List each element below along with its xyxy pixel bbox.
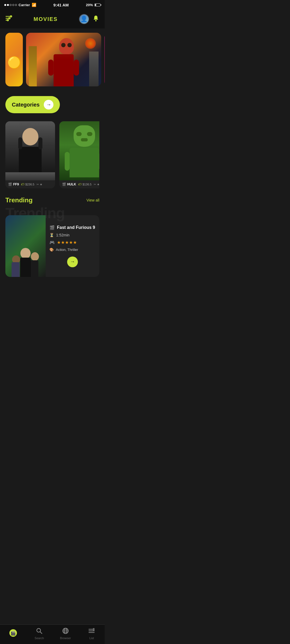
ff9-rating: ✂ ★ [37, 183, 42, 186]
trending-title: Trending [5, 196, 32, 204]
carousel-card-spongebob[interactable]: 🟡 [5, 33, 23, 86]
signal-dots [4, 4, 17, 6]
monster-card-bg: 👾 [104, 33, 105, 86]
categories-arrow-icon: → [44, 100, 53, 109]
status-right: 20% [86, 3, 100, 7]
categories-button[interactable]: Categories → [5, 96, 60, 113]
dot-4 [12, 4, 14, 6]
trending-rating: 🎮 ★★★★★ [49, 240, 96, 245]
trending-poster-bg [5, 215, 46, 277]
movie-card-hulk[interactable]: 🎬 HULK 🏷 $136.5 ✂ ★ [59, 121, 99, 188]
status-bar: Carrier 📶 9:41 AM 20% [0, 0, 105, 10]
page-title: MOVIES [34, 16, 58, 22]
ff9-movie-icon: 🎬 FF9 [8, 182, 19, 186]
ff9-poster [5, 121, 55, 180]
trending-header: Trending View all [5, 196, 99, 204]
hulk-poster [59, 121, 99, 180]
movies-grid: 🎬 FF9 🏷 $236.5 ✂ ★ [0, 119, 105, 194]
battery-indicator [95, 3, 100, 6]
hulk-info: 🎬 HULK 🏷 $136.5 ✂ ★ [59, 180, 99, 188]
carousel-track: 🟡 [0, 33, 105, 86]
trending-poster [5, 215, 46, 277]
dot-5 [15, 4, 17, 6]
avatar[interactable]: 👤 [79, 14, 89, 24]
movies-track: 🎬 FF9 🏷 $236.5 ✂ ★ [5, 121, 99, 188]
battery-percent: 20% [86, 3, 93, 7]
trending-genre: 🎨 Action, Thriller [49, 248, 96, 252]
hulk-movie-icon: 🎬 HULK [62, 182, 76, 186]
carousel-card-monster[interactable]: 👾 [104, 33, 105, 86]
ff9-info: 🎬 FF9 🏷 $236.5 ✂ ★ [5, 180, 55, 188]
hulk-price: 🏷 $136.5 [78, 182, 92, 186]
battery-icon [95, 3, 100, 6]
wifi-icon: 📶 [32, 3, 36, 7]
hulk-rating: ✂ ★ [94, 183, 99, 186]
carousel-card-deadpool[interactable] [26, 33, 101, 86]
sky-glow [26, 33, 101, 86]
ff9-price: 🏷 $236.5 [21, 182, 34, 186]
trending-play-button[interactable]: → [67, 257, 78, 267]
battery-fill [95, 4, 96, 6]
categories-label: Categories [12, 102, 39, 108]
trending-section: Trending View all Trending [0, 194, 105, 304]
deadpool-card-bg [26, 33, 101, 86]
trending-info: 🎬 Fast and Furious 9 ⏳ 1:52min 🎮 ★★★★★ 🎨… [46, 215, 99, 277]
status-left: Carrier 📶 [4, 3, 36, 7]
carrier-label: Carrier [19, 3, 30, 7]
dot-1 [4, 4, 6, 6]
spongebob-character: 🟡 [7, 56, 21, 69]
bell-icon[interactable] [92, 15, 99, 23]
movie-card-ff9[interactable]: 🎬 FF9 🏷 $236.5 ✂ ★ [5, 121, 55, 188]
trending-card-ff9[interactable]: 🎬 Fast and Furious 9 ⏳ 1:52min 🎮 ★★★★★ 🎨… [5, 215, 99, 277]
spongebob-card-bg: 🟡 [5, 33, 23, 86]
trending-duration: ⏳ 1:52min [49, 233, 96, 237]
trending-movie-title: 🎬 Fast and Furious 9 [49, 225, 96, 230]
dot-2 [7, 4, 9, 6]
view-all-button[interactable]: View all [86, 198, 99, 202]
header-actions: 👤 [79, 14, 99, 24]
status-time: 9:41 AM [53, 3, 69, 7]
dot-3 [10, 4, 12, 6]
categories-section: Categories → [0, 91, 105, 119]
featured-carousel: 🟡 [0, 28, 105, 91]
svg-point-6 [95, 20, 96, 21]
header: MOVIES 👤 [0, 10, 105, 28]
filter-icon[interactable] [5, 15, 12, 23]
